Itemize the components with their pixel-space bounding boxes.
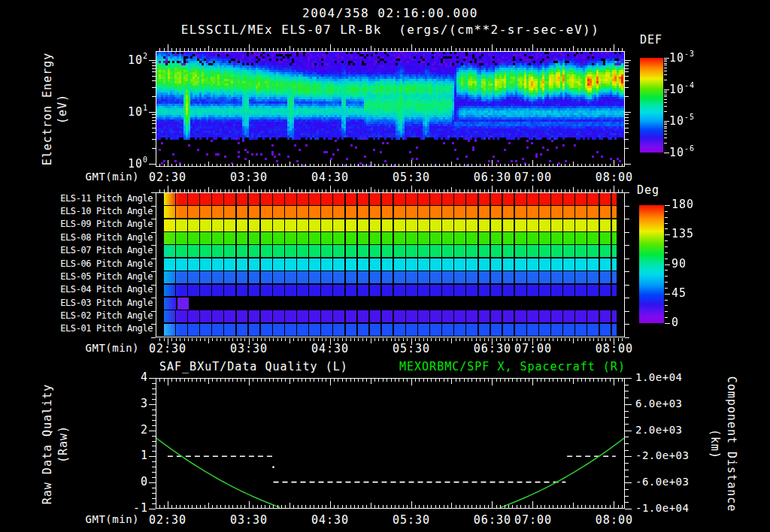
axis-tick	[444, 505, 444, 508]
axis-tick	[520, 189, 521, 192]
axis-tick	[176, 338, 177, 341]
axis-tick	[152, 76, 156, 77]
axis-tick	[350, 505, 351, 508]
axis-tick	[159, 164, 160, 167]
axis-tick	[229, 164, 229, 167]
axis-tick	[281, 505, 282, 508]
deg-colorbar-label: 90	[671, 257, 687, 271]
axis-tick	[605, 505, 606, 508]
axis-tick	[403, 505, 404, 508]
axis-tick	[565, 189, 565, 192]
axis-tick	[395, 338, 396, 341]
axis-tick	[164, 338, 165, 341]
axis-tick	[265, 505, 265, 508]
axis-tick	[249, 379, 250, 385]
axis-tick	[407, 164, 408, 167]
axis-tick	[217, 48, 217, 51]
axis-tick	[581, 164, 582, 167]
axis-tick	[419, 505, 420, 508]
axis-tick	[159, 379, 160, 382]
axis-tick	[415, 379, 416, 382]
axis-tick	[205, 338, 205, 341]
axis-tick	[265, 48, 265, 51]
axis-tick	[302, 189, 302, 192]
axis-tick	[468, 164, 468, 167]
axis-tick	[171, 189, 172, 192]
axis-tick	[212, 164, 213, 167]
left-axis-tick-label: 3	[117, 397, 148, 410]
axis-tick	[253, 48, 253, 51]
axis-tick	[269, 189, 270, 192]
axis-tick	[366, 164, 367, 167]
axis-tick	[525, 379, 526, 382]
top-y-axis-title: Electron Energy	[41, 0, 54, 222]
axis-tick	[529, 505, 529, 508]
x-tick-label: 07:00	[514, 342, 552, 355]
axis-tick	[293, 338, 294, 341]
axis-tick	[244, 505, 245, 508]
axis-tick	[625, 424, 629, 425]
gmt-label-top: GMT(min)	[71, 171, 139, 183]
axis-tick	[152, 431, 156, 431]
axis-tick	[265, 338, 265, 341]
axis-tick	[350, 189, 351, 192]
axis-tick	[590, 505, 590, 508]
axis-tick	[625, 219, 629, 219]
axis-tick	[225, 48, 226, 51]
pitch-cell	[164, 298, 176, 310]
x-tick-label: 03:30	[230, 513, 268, 527]
axis-tick	[451, 338, 452, 343]
axis-tick	[152, 114, 156, 115]
axis-tick	[492, 186, 493, 192]
axis-tick	[342, 505, 343, 508]
axis-tick	[395, 48, 396, 51]
axis-tick	[152, 394, 156, 394]
axis-tick	[302, 505, 302, 508]
axis-tick	[152, 96, 156, 97]
axis-tick	[249, 44, 250, 51]
axis-tick	[302, 338, 302, 341]
pitch-grid-lines	[164, 324, 617, 336]
axis-tick	[459, 48, 460, 51]
axis-tick	[200, 164, 201, 167]
axis-tick	[471, 338, 472, 341]
axis-tick	[610, 338, 611, 341]
axis-tick	[152, 148, 156, 149]
axis-tick	[585, 505, 586, 508]
pitch-row-label: ELS-04 Pitch Angle	[30, 284, 153, 295]
axis-tick	[217, 379, 217, 382]
axis-tick	[625, 80, 629, 81]
axis-tick	[171, 48, 172, 51]
axis-tick	[665, 270, 668, 271]
axis-tick	[459, 189, 460, 192]
pitch-row-label: ELS-02 Pitch Angle	[30, 310, 153, 321]
axis-tick	[537, 164, 538, 167]
axis-tick	[480, 505, 480, 508]
pitch-grid-lines	[164, 271, 617, 283]
axis-tick	[152, 436, 156, 437]
axis-tick	[334, 189, 335, 192]
axis-tick	[593, 189, 594, 192]
left-axis-tick-label: 0	[117, 475, 148, 488]
axis-tick	[342, 379, 343, 382]
axis-tick	[625, 417, 629, 418]
axis-tick	[229, 189, 229, 192]
gmt-label-bottom: GMT(min)	[71, 513, 139, 525]
axis-tick	[261, 505, 262, 508]
axis-tick	[338, 505, 338, 508]
axis-tick	[505, 338, 505, 341]
axis-tick	[346, 164, 347, 167]
axis-tick	[232, 379, 233, 382]
quality-distance-plot	[156, 379, 624, 508]
right-axis-tick-label: 6.0e+03	[635, 397, 683, 410]
axis-tick	[208, 162, 209, 167]
axis-tick	[573, 503, 574, 508]
def-colorbar-label: 10-6	[669, 145, 695, 159]
axis-tick	[403, 379, 404, 382]
axis-tick	[180, 164, 180, 167]
spacecraft-x-curve	[156, 438, 624, 507]
axis-tick	[399, 338, 399, 341]
axis-tick	[532, 44, 533, 51]
axis-tick	[358, 164, 359, 167]
axis-tick	[403, 338, 404, 341]
